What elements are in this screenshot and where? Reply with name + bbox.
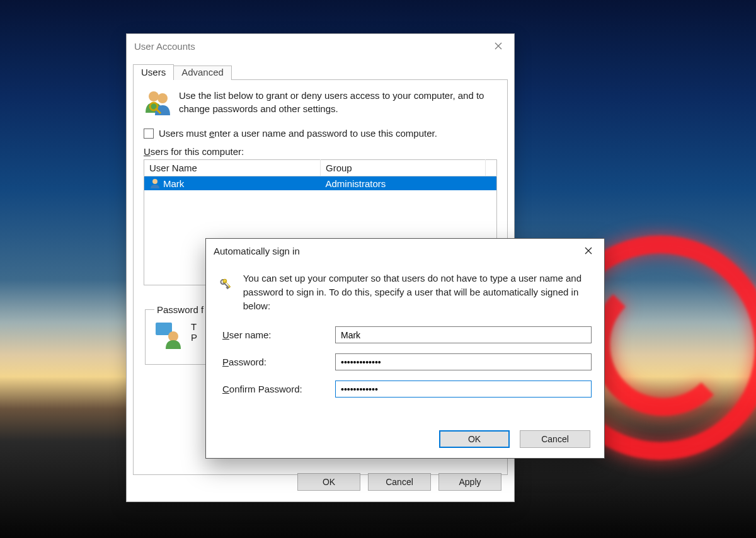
auto-intro-row: You can set up your computer so that use… [219,272,592,312]
svg-point-0 [149,91,159,101]
username-label: User name: [219,329,335,340]
user-pw-icon [154,321,183,350]
users-list-label: Users for this computer: [144,146,497,157]
user-row-icon [149,178,161,189]
auto-intro-text: You can set up your computer so that use… [243,272,592,312]
password-box-text: T P [191,321,197,343]
checkbox-icon[interactable] [144,129,154,139]
cancel-button[interactable]: Cancel [368,473,431,491]
column-group[interactable]: Group [321,160,486,176]
ok-button[interactable]: OK [439,430,510,448]
intro-text: Use the list below to grant or deny user… [179,89,497,115]
require-login-checkbox-row[interactable]: Users must enter a user name and passwor… [144,128,497,139]
keys-icon [219,272,232,298]
svg-point-3 [152,179,158,184]
titlebar[interactable]: Automatically sign in [206,239,604,263]
confirm-password-label: Confirm Password: [219,384,335,394]
users-icon [144,88,173,117]
cancel-button[interactable]: Cancel [520,430,590,448]
svg-point-1 [158,93,168,103]
auto-signin-buttons: OK Cancel [439,430,590,448]
apply-button[interactable]: Apply [438,473,501,491]
password-label: Password: [219,357,335,367]
titlebar[interactable]: User Accounts [127,34,514,58]
username-input[interactable] [335,326,592,343]
table-row[interactable]: Mark Administrators [144,176,497,191]
svg-point-5 [168,331,178,341]
confirm-password-input[interactable] [335,381,592,398]
close-icon[interactable] [483,35,514,57]
window-title: User Accounts [134,41,483,52]
table-header-row: User Name Group [144,160,497,176]
password-input[interactable] [335,353,592,370]
column-username[interactable]: User Name [144,160,321,176]
user-accounts-buttons: OK Cancel Apply [297,473,501,491]
dialog-title: Automatically sign in [214,246,573,256]
tab-advanced[interactable]: Advanced [173,66,232,80]
close-icon[interactable] [573,239,604,262]
checkbox-label: Users must enter a user name and passwor… [159,128,437,139]
auto-signin-dialog: Automatically sign in You can set up you… [205,238,605,459]
intro-row: Use the list below to grant or deny user… [144,88,497,117]
tab-users[interactable]: Users [133,64,174,80]
password-legend: Password f [154,304,206,315]
ok-button[interactable]: OK [297,473,360,491]
auto-form: User name: Password: Confirm Password: [219,326,592,398]
